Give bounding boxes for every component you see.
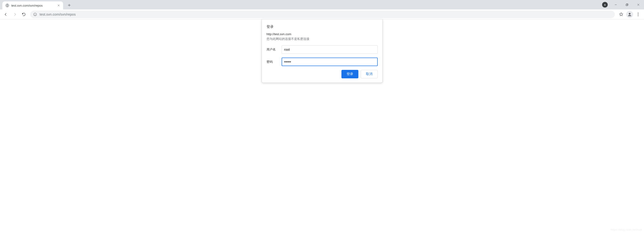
login-button[interactable]: 登录 [342, 70, 358, 78]
svg-point-6 [638, 13, 638, 13]
active-tab[interactable]: test.svn.com/svn/repos [2, 2, 63, 10]
reload-button[interactable] [20, 10, 28, 18]
maximize-button[interactable] [622, 0, 633, 10]
password-label: 密码 [266, 60, 278, 64]
dialog-origin: http://test.svn.com [266, 32, 378, 36]
tab-strip: test.svn.com/svn/repos [0, 0, 644, 10]
address-bar-input[interactable] [40, 12, 612, 16]
kebab-menu-icon[interactable] [634, 10, 642, 18]
password-input[interactable] [282, 58, 378, 66]
new-tab-button[interactable] [66, 2, 73, 9]
bookmark-star-icon[interactable] [617, 10, 625, 18]
minimize-button[interactable] [610, 0, 622, 10]
profile-avatar[interactable] [626, 11, 633, 18]
close-tab-icon[interactable] [57, 4, 60, 7]
forward-button[interactable] [11, 10, 19, 18]
dialog-title: 登录 [266, 25, 378, 29]
svg-point-7 [638, 14, 638, 15]
watermark-text: https://blog.csdn.net/xyjk [611, 228, 642, 231]
cancel-button[interactable]: 取消 [361, 70, 378, 78]
password-row: 密码 [266, 58, 378, 66]
username-label: 用户名 [266, 47, 278, 52]
dialog-actions: 登录 取消 [266, 70, 378, 78]
globe-icon [5, 3, 10, 8]
back-button[interactable] [2, 10, 10, 18]
incognito-icon [602, 2, 608, 8]
svg-point-5 [629, 13, 630, 14]
page-viewport: 登录 http://test.svn.com 您与此网站的连接不是私密连接 用户… [0, 19, 644, 232]
close-window-button[interactable] [633, 0, 644, 10]
omnibox[interactable] [30, 11, 615, 18]
toolbar [0, 10, 644, 19]
svg-rect-2 [626, 4, 628, 6]
site-info-icon[interactable] [33, 12, 37, 17]
tab-title: test.svn.com/svn/repos [11, 4, 55, 7]
username-input[interactable] [282, 45, 378, 54]
svg-point-8 [638, 15, 638, 16]
username-row: 用户名 [266, 45, 378, 54]
window-controls [602, 0, 644, 10]
dialog-warning: 您与此网站的连接不是私密连接 [266, 37, 378, 41]
http-auth-dialog: 登录 http://test.svn.com 您与此网站的连接不是私密连接 用户… [262, 19, 383, 83]
